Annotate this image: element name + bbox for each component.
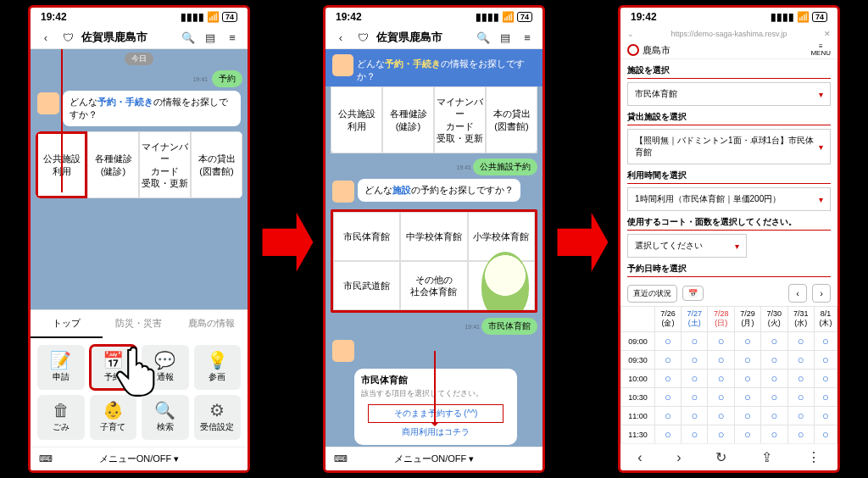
card-shimin-gym[interactable]: 市民体育館 [333, 212, 400, 261]
grid-apply[interactable]: 📝申請 [37, 345, 85, 390]
slot-cell[interactable]: ○ [734, 332, 760, 351]
search-icon[interactable]: 🔍 [180, 31, 197, 44]
grid-childcare[interactable]: 👶子育て [90, 395, 137, 440]
slot-cell[interactable]: ○ [814, 425, 837, 444]
card-health-check[interactable]: 各種健診 (健診) [87, 131, 139, 198]
next-week-button[interactable]: › [812, 284, 831, 303]
chat-area: 今日 19:41 予約 どんな予約・手続きの情報をお探しですか？ 公共施設 利用… [31, 49, 248, 309]
slot-cell[interactable]: ○ [682, 425, 708, 444]
slot-cell[interactable]: ○ [734, 351, 760, 370]
menu-toggle-bar[interactable]: ⌨ メニューON/OFF ▾ [31, 447, 248, 470]
date-pill: 今日 [125, 53, 153, 65]
menu-toggle-bar[interactable]: ⌨ メニューON/OFF ▾ [326, 447, 542, 470]
reserve-link[interactable]: そのまま予約する (^^) [368, 404, 504, 423]
select-duration[interactable]: 1時間利用（市民体育館｜単価200円）▾ [627, 187, 831, 211]
tab-top[interactable]: トップ [31, 310, 103, 338]
slot-cell[interactable]: ○ [761, 370, 787, 388]
slot-cell[interactable]: ○ [654, 332, 681, 351]
reserve-card-title: 市民体育館 [361, 374, 510, 386]
grid-participate[interactable]: 💡参画 [194, 345, 242, 390]
slot-cell[interactable]: ○ [654, 388, 681, 407]
slot-cell[interactable]: ○ [787, 332, 814, 351]
tab-info[interactable]: 鹿島の情報 [175, 310, 248, 338]
slot-cell[interactable]: ○ [682, 332, 708, 351]
nav-reload-icon[interactable]: ↻ [715, 449, 726, 465]
slot-cell[interactable]: ○ [682, 388, 708, 407]
grid-trash[interactable]: 🗑ごみ [37, 395, 85, 440]
battery-icon: 74 [222, 12, 237, 22]
slot-cell[interactable]: ○ [708, 370, 734, 388]
slot-cell[interactable]: ○ [708, 407, 734, 425]
nav-more-icon[interactable]: ⋮ [807, 449, 821, 465]
nav-fwd-icon[interactable]: › [676, 450, 681, 465]
tab-disaster[interactable]: 防災・災害 [103, 310, 175, 338]
slot-cell[interactable]: ○ [814, 407, 837, 425]
slot-cell[interactable]: ○ [761, 332, 787, 351]
slot-cell[interactable]: ○ [654, 407, 681, 425]
menu-icon[interactable]: ≡ [224, 31, 241, 44]
chip-recent[interactable]: 直近の状況 [627, 285, 677, 303]
prev-week-button[interactable]: ‹ [788, 284, 807, 303]
slot-cell[interactable]: ○ [814, 388, 837, 407]
keyboard-icon[interactable]: ⌨ [334, 453, 348, 464]
card-other-gym[interactable]: その他の 社会体育館 [400, 261, 467, 310]
slot-cell[interactable]: ○ [682, 370, 708, 388]
keyboard-icon[interactable]: ⌨ [39, 453, 53, 464]
slot-cell[interactable]: ○ [682, 351, 708, 370]
grid-settings[interactable]: ⚙受信設定 [194, 395, 242, 440]
close-icon[interactable]: ✕ [824, 30, 831, 38]
slot-cell[interactable]: ○ [654, 425, 681, 444]
nav-share-icon[interactable]: ⇪ [761, 449, 772, 465]
card-library[interactable]: 本の貸出 (図書館) [191, 131, 242, 198]
slot-cell[interactable]: ○ [654, 370, 681, 388]
slot-cell[interactable]: ○ [761, 407, 787, 425]
back-icon[interactable]: ‹ [37, 31, 54, 44]
slot-cell[interactable]: ○ [787, 351, 814, 370]
facility-card-grid: 市民体育館 中学校体育館 小学校体育館 市民武道館 その他の 社会体育館 [331, 209, 537, 313]
slot-cell[interactable]: ○ [761, 351, 787, 370]
slot-cell[interactable]: ○ [654, 351, 681, 370]
back-icon[interactable]: ‹ [332, 31, 349, 44]
doc-icon[interactable]: ▤ [202, 31, 219, 44]
label-duration: 利用時間を選択 [620, 164, 837, 183]
caret-icon: ▾ [819, 195, 823, 204]
slot-cell[interactable]: ○ [708, 351, 734, 370]
browser-bottom-nav: ‹ › ↻ ⇪ ⋮ [620, 443, 837, 470]
card-budokan[interactable]: 市民武道館 [333, 261, 400, 310]
slot-cell[interactable]: ○ [761, 425, 787, 444]
slot-cell[interactable]: ○ [787, 425, 814, 444]
slot-cell[interactable]: ○ [734, 425, 760, 444]
reservation-form: 施設を選択 市民体育館▾ 貸出施設を選択 【照明無｜バドミントン1面・卓球1台】… [620, 59, 837, 443]
grid-reserve[interactable]: 📅予約 [90, 345, 137, 390]
grid-report[interactable]: 💬通報 [142, 345, 189, 390]
card-chugaku-gym[interactable]: 中学校体育館 [400, 212, 467, 261]
select-rental[interactable]: 【照明無｜バドミントン1面・卓球1台】市民体育館▾ [627, 129, 831, 164]
nav-back-icon[interactable]: ‹ [637, 450, 642, 465]
search-icon[interactable]: 🔍 [475, 31, 492, 44]
slot-cell[interactable]: ○ [682, 407, 708, 425]
slot-cell[interactable]: ○ [787, 407, 814, 425]
slot-cell[interactable]: ○ [708, 425, 734, 444]
calendar-icon[interactable]: 📅 [682, 286, 704, 301]
select-facility[interactable]: 市民体育館▾ [627, 82, 831, 106]
slot-cell[interactable]: ○ [787, 370, 814, 388]
annotation-arrow-down [434, 351, 436, 425]
slot-cell[interactable]: ○ [814, 351, 837, 370]
slot-cell[interactable]: ○ [734, 388, 760, 407]
slot-cell[interactable]: ○ [814, 332, 837, 351]
select-courts[interactable]: 選択してください▾ [627, 234, 747, 258]
grid-search[interactable]: 🔍検索 [142, 395, 189, 440]
status-bar: 19:42 ▮▮▮▮ 📶 74 [31, 8, 248, 26]
slot-cell[interactable]: ○ [761, 388, 787, 407]
hamburger-icon[interactable]: ≡ MENU [810, 43, 831, 57]
slot-cell[interactable]: ○ [734, 407, 760, 425]
slot-cell[interactable]: ○ [814, 370, 837, 388]
slot-cell[interactable]: ○ [734, 370, 760, 388]
chevron-down-icon[interactable]: ⌄ [627, 30, 634, 38]
slot-cell[interactable]: ○ [708, 332, 734, 351]
doc-icon[interactable]: ▤ [497, 31, 514, 44]
slot-cell[interactable]: ○ [787, 388, 814, 407]
menu-icon[interactable]: ≡ [519, 31, 536, 44]
slot-cell[interactable]: ○ [708, 388, 734, 407]
card-mynumber[interactable]: マイナンバー カード 受取・更新 [139, 131, 191, 198]
